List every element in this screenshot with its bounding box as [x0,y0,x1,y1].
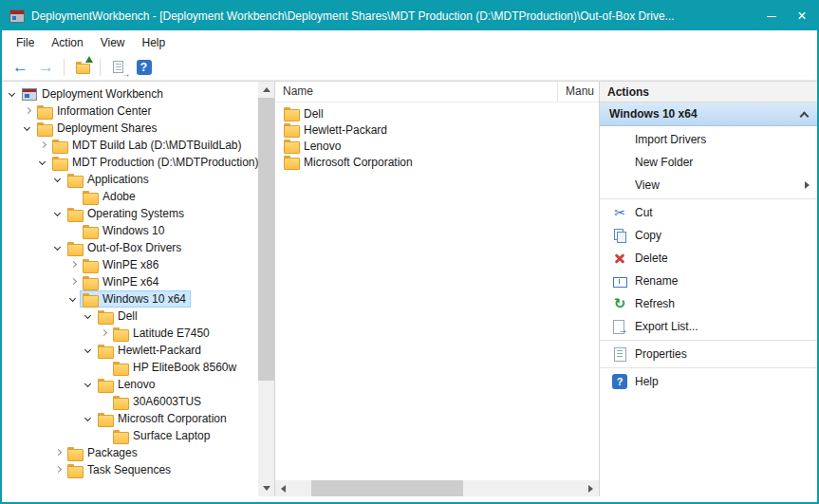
tree-item-deployment-workbench[interactable]: Deployment Workbench [4,85,258,103]
tree-item-latitude-e7450[interactable]: Latitude E7450 [4,325,258,342]
chevron-down-icon[interactable] [83,413,94,424]
chevron-down-icon[interactable] [7,88,18,100]
action-new-folder[interactable]: New Folder [600,151,817,174]
scroll-thumb[interactable] [311,480,463,496]
tree-item-content: WinPE x86 [80,256,163,273]
menu-action[interactable]: Action [43,33,91,52]
chevron-right-icon[interactable] [37,140,48,151]
action-label: Cut [635,206,653,219]
copy-icon [612,228,627,243]
scroll-up-button[interactable] [258,82,274,98]
tree-item-task-sequences[interactable]: Task Sequences [4,461,258,478]
tree-item-label: HP EliteBook 8560w [133,361,236,374]
scroll-down-button[interactable] [258,480,274,496]
action-delete[interactable]: Delete [600,247,817,270]
tree-item-operating-systems[interactable]: Operating Systems [4,205,258,222]
up-arrow-icon [85,56,93,63]
collapse-group-icon[interactable] [800,111,810,121]
tree-item-information-center[interactable]: Information Center [4,103,258,120]
tree-item-microsoft-corporation[interactable]: Microsoft Corporation [4,410,258,427]
tree-item-content: Windows 10 x64 [80,290,191,308]
arrow-icon: → [121,68,131,79]
tree-item-lenovo[interactable]: Lenovo [4,376,258,393]
tree-item-out-of-box-drivers[interactable]: Out-of-Box Drivers [4,239,258,256]
close-button[interactable]: × [787,2,817,30]
action-export-list[interactable]: Export List... [600,315,817,338]
menu-help[interactable]: Help [134,33,175,52]
scroll-right-button[interactable] [583,480,599,496]
list-item-label: Lenovo [304,140,341,153]
list-horizontal-scrollbar[interactable] [275,480,599,496]
list-view: DellHewlett-PackardLenovoMicrosoft Corpo… [275,103,599,480]
list-item-dell[interactable]: Dell [275,105,599,121]
tree-item-applications[interactable]: Applications [4,171,258,188]
scroll-left-button[interactable] [275,480,291,496]
tree-item-winpe-x86[interactable]: WinPE x86 [4,256,258,273]
action-import-drivers[interactable]: Import Drivers [600,128,817,151]
tree-item-content: Microsoft Corporation [95,410,232,427]
chevron-down-icon[interactable] [83,310,94,322]
toolbar-help-button[interactable] [131,56,157,79]
chevron-down-icon[interactable] [52,242,64,253]
action-copy[interactable]: Copy [600,224,817,247]
chevron-down-icon[interactable] [52,174,64,185]
toolbar-back-button[interactable] [8,56,33,79]
tree-item-mdt-production-d-mdtproduction[interactable]: MDT Production (D:\MDTProduction) [4,154,258,171]
tree-item-30a6003tus[interactable]: 30A6003TUS [4,393,258,410]
list-item-microsoft-corporation[interactable]: Microsoft Corporation [275,154,599,170]
tree-item-hewlett-packard[interactable]: Hewlett-Packard [4,342,258,359]
action-rename[interactable]: Rename [600,270,817,292]
tree-item-content: Information Center [34,103,156,120]
chevron-down-icon[interactable] [37,157,48,168]
back-arrow-icon [11,59,30,76]
chevron-right-icon[interactable] [67,276,79,288]
tree-item-adobe[interactable]: Adobe [4,188,258,205]
action-label: Export List... [635,320,698,333]
tree-item-winpe-x64[interactable]: WinPE x64 [4,273,258,290]
action-view[interactable]: View [600,174,817,196]
scroll-track[interactable] [291,480,583,496]
tree-item-dell[interactable]: Dell [4,308,258,325]
tree-item-content: Lenovo [95,376,159,393]
chevron-right-icon[interactable] [67,259,79,271]
tree-vertical-scrollbar[interactable] [258,82,274,496]
action-properties[interactable]: Properties [600,343,817,365]
chevron-down-icon[interactable] [83,345,94,356]
tree-item-deployment-shares[interactable]: Deployment Shares [4,120,258,137]
action-help[interactable]: Help [600,370,817,393]
toolbar-forward-button[interactable] [33,56,59,79]
properties-icon [612,346,627,362]
chevron-down-icon[interactable] [67,293,79,305]
chevron-down-icon[interactable] [52,208,64,219]
action-refresh[interactable]: Refresh [600,292,817,315]
chevron-right-icon[interactable] [98,327,109,339]
tree-item-label: Packages [87,446,138,459]
tree-item-mdt-build-lab-d-mdtbuildlab[interactable]: MDT Build Lab (D:\MDTBuildLab) [4,137,258,154]
menu-file[interactable]: File [8,33,43,52]
toolbar-up-one-level-button[interactable] [69,56,95,79]
scroll-track[interactable] [258,98,274,480]
toolbar-export-list-button[interactable]: → [105,56,131,79]
actions-group-header[interactable]: Windows 10 x64 [600,103,817,126]
tree-item-surface-laptop[interactable]: Surface Laptop [4,427,258,444]
chevron-down-icon[interactable] [83,379,94,390]
chevron-right-icon[interactable] [22,105,33,117]
column-header-manufacturer[interactable]: Manu [558,82,599,102]
column-header-name[interactable]: Name [275,82,558,102]
scroll-thumb[interactable] [258,98,274,381]
action-cut[interactable]: Cut [600,201,817,224]
tree-item-hp-elitebook-8560w[interactable]: HP EliteBook 8560w [4,359,258,376]
action-label: Refresh [635,297,675,310]
chevron-down-icon[interactable] [22,122,33,134]
chevron-right-icon[interactable] [52,464,64,476]
up-one-level-folder-icon [73,59,92,76]
list-item-lenovo[interactable]: Lenovo [275,138,599,154]
tree-item-windows-10[interactable]: Windows 10 [4,222,258,239]
chevron-right-icon[interactable] [52,447,64,458]
menu-view[interactable]: View [92,33,134,52]
list-item-label: Dell [304,107,324,121]
tree-item-windows-10-x64[interactable]: Windows 10 x64 [4,290,258,308]
tree-item-packages[interactable]: Packages [4,444,258,461]
minimize-button[interactable] [756,2,787,30]
list-item-hewlett-packard[interactable]: Hewlett-Packard [275,121,599,138]
